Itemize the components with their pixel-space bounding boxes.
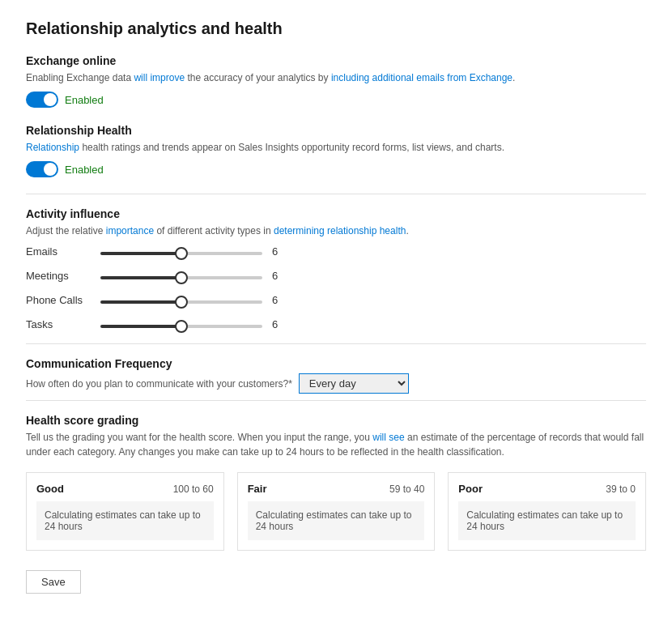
- slider-value-2: 6: [272, 294, 288, 306]
- slider-container-1: [100, 269, 262, 282]
- rel-health-desc-middle: health ratings and trends appear on Sale…: [79, 142, 504, 153]
- slider-container-2: [100, 293, 262, 306]
- relationship-health-toggle[interactable]: [26, 161, 58, 177]
- slider-input-emails[interactable]: [100, 252, 262, 255]
- exchange-desc-link1: will improve: [134, 72, 185, 83]
- slider-group: Emails6Meetings6Phone Calls6Tasks6: [26, 245, 646, 330]
- freq-row: How often do you plan to communicate wit…: [26, 373, 646, 394]
- grade-card-header-1: Fair59 to 40: [248, 483, 425, 495]
- exchange-online-toggle[interactable]: [26, 92, 58, 108]
- divider-3: [26, 400, 646, 401]
- grade-card-body-2: Calculating estimates can take up to 24 …: [458, 501, 636, 540]
- communication-frequency-title: Communication Frequency: [26, 357, 646, 370]
- slider-row: Tasks6: [26, 317, 646, 330]
- exchange-online-title: Exchange online: [26, 54, 646, 67]
- health-score-grading-title: Health score grading: [26, 414, 646, 427]
- activity-influence-section: Activity influence Adjust the relative i…: [26, 207, 646, 330]
- relationship-health-section: Relationship Health Relationship health …: [26, 124, 646, 177]
- grade-card-body-0: Calculating estimates can take up to 24 …: [36, 501, 214, 540]
- grade-cards: Good100 to 60Calculating estimates can t…: [26, 472, 646, 551]
- grade-card-title-2: Poor: [458, 483, 483, 495]
- health-score-grading-section: Health score grading Tell us the grading…: [26, 414, 646, 551]
- grade-card-title-0: Good: [36, 483, 64, 495]
- grading-desc-link1: will see: [372, 432, 404, 443]
- activity-desc-prefix: Adjust the relative: [26, 225, 106, 236]
- freq-description: How often do you plan to communicate wit…: [26, 378, 292, 390]
- exchange-online-toggle-label: Enabled: [65, 94, 104, 106]
- slider-row: Phone Calls6: [26, 293, 646, 306]
- exchange-online-toggle-row: Enabled: [26, 92, 646, 108]
- grade-card-poor: Poor39 to 0Calculating estimates can tak…: [448, 472, 646, 551]
- relationship-health-description: Relationship health ratings and trends a…: [26, 140, 646, 155]
- grade-card-header-2: Poor39 to 0: [458, 483, 636, 495]
- slider-value-3: 6: [272, 318, 288, 330]
- grade-card-range-1: 59 to 40: [389, 484, 424, 495]
- freq-select[interactable]: Every dayEvery weekEvery two weeksEvery …: [299, 373, 409, 394]
- grading-desc-prefix: Tell us the grading you want for the hea…: [26, 432, 372, 443]
- exchange-desc-suffix: .: [513, 72, 515, 83]
- activity-influence-title: Activity influence: [26, 207, 646, 220]
- rel-health-desc-link1: Relationship: [26, 142, 79, 153]
- page-title: Relationship analytics and health: [26, 19, 646, 38]
- grade-card-range-0: 100 to 60: [173, 484, 214, 495]
- exchange-desc-link2: including additional emails from Exchang…: [331, 72, 513, 83]
- relationship-health-title: Relationship Health: [26, 124, 646, 137]
- grading-description: Tell us the grading you want for the hea…: [26, 430, 646, 459]
- divider-2: [26, 343, 646, 344]
- slider-value-0: 6: [272, 245, 288, 258]
- save-button[interactable]: Save: [26, 570, 81, 594]
- exchange-desc-prefix: Enabling Exchange data: [26, 72, 134, 83]
- slider-container-3: [100, 317, 262, 330]
- slider-input-tasks[interactable]: [100, 325, 262, 328]
- grade-card-good: Good100 to 60Calculating estimates can t…: [26, 472, 224, 551]
- activity-desc-link2: determining relationship health: [274, 225, 406, 236]
- slider-row: Emails6: [26, 245, 646, 258]
- relationship-health-toggle-row: Enabled: [26, 161, 646, 177]
- exchange-desc-middle: the accuracy of your analytics by: [185, 72, 331, 83]
- divider-1: [26, 194, 646, 194]
- grade-card-fair: Fair59 to 40Calculating estimates can ta…: [237, 472, 436, 551]
- communication-frequency-section: Communication Frequency How often do you…: [26, 357, 646, 394]
- slider-value-1: 6: [272, 270, 288, 282]
- activity-influence-description: Adjust the relative importance of differ…: [26, 224, 646, 238]
- grade-card-title-1: Fair: [248, 483, 267, 495]
- slider-container-0: [100, 245, 262, 258]
- slider-row: Meetings6: [26, 269, 646, 282]
- grade-card-range-2: 39 to 0: [606, 484, 636, 495]
- grade-card-body-1: Calculating estimates can take up to 24 …: [248, 501, 425, 540]
- exchange-online-description: Enabling Exchange data will improve the …: [26, 70, 646, 85]
- grade-card-header-0: Good100 to 60: [36, 483, 214, 495]
- activity-desc-middle: of different activity types in: [154, 225, 274, 236]
- relationship-health-toggle-label: Enabled: [65, 164, 104, 176]
- activity-desc-link1: importance: [106, 225, 154, 236]
- slider-label-phone-calls: Phone Calls: [26, 294, 91, 306]
- activity-desc-suffix: .: [406, 225, 408, 236]
- slider-label-meetings: Meetings: [26, 270, 91, 282]
- slider-input-phone-calls[interactable]: [100, 300, 262, 304]
- slider-label-emails: Emails: [26, 245, 91, 258]
- slider-input-meetings[interactable]: [100, 276, 262, 279]
- slider-label-tasks: Tasks: [26, 318, 91, 330]
- exchange-online-section: Exchange online Enabling Exchange data w…: [26, 54, 646, 108]
